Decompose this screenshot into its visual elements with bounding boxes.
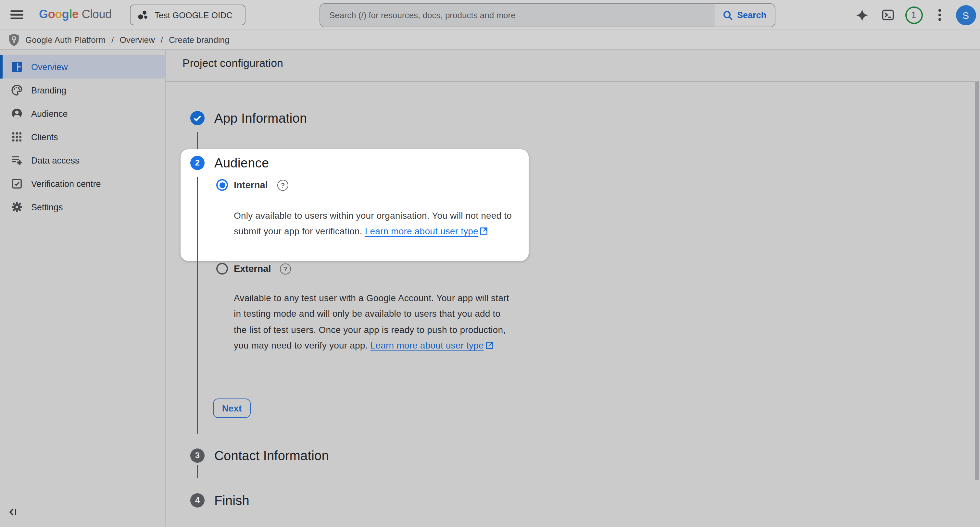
breadcrumb-overview[interactable]: Overview: [119, 35, 154, 44]
gemini-button[interactable]: [849, 0, 875, 30]
google-cloud-logo[interactable]: Google Cloud: [39, 8, 112, 21]
sidebar-item-label: Settings: [31, 202, 63, 212]
more-options-button[interactable]: [927, 0, 953, 30]
page-title: Project configuration: [183, 57, 283, 70]
palette-icon: [11, 84, 23, 96]
topbar: Google Cloud Test GOOGLE OIDC Search: [0, 0, 980, 30]
external-help-icon[interactable]: ?: [280, 263, 291, 274]
sidebar-item-clients[interactable]: Clients: [0, 125, 165, 149]
avatar: S: [956, 5, 976, 25]
breadcrumb-google-auth-platform[interactable]: Google Auth Platform: [25, 35, 105, 44]
step-2-number: 2: [195, 158, 200, 167]
auth-platform-shield-key-icon: [8, 33, 20, 46]
help-glyph: ?: [281, 181, 285, 189]
step-1-badge: [190, 111, 205, 125]
logo-letter: l: [69, 8, 72, 21]
cloud-shell-icon: [881, 9, 894, 21]
sidebar-item-label: Audience: [31, 109, 68, 119]
step-1-title: App Information: [214, 111, 307, 126]
search-input[interactable]: [320, 4, 714, 27]
step-4-title: Finish: [214, 493, 250, 508]
search-button-label: Search: [737, 10, 766, 20]
sidebar-item-label: Branding: [31, 85, 66, 95]
step-4-badge: 4: [190, 493, 205, 508]
sidebar-item-settings[interactable]: Settings: [0, 195, 165, 219]
step-3-number: 3: [195, 451, 200, 460]
external-link-icon: [480, 227, 488, 235]
sidebar-item-overview[interactable]: Overview: [0, 55, 165, 79]
account-circle-icon: [11, 108, 23, 119]
sidebar-item-branding[interactable]: Branding: [0, 79, 165, 102]
sidebar-item-label: Data access: [31, 156, 80, 165]
breadcrumb-separator: /: [161, 35, 163, 44]
logo-letter: o: [48, 8, 55, 21]
logo-letter: G: [39, 8, 48, 21]
internal-help-icon[interactable]: ?: [277, 179, 288, 190]
more-vert-icon: [939, 9, 941, 21]
dashboard-icon: [11, 61, 23, 73]
cloud-shell-button[interactable]: [875, 0, 901, 30]
step-connector: [197, 465, 198, 478]
sidebar-item-label: Overview: [31, 62, 68, 72]
collapse-sidebar-icon: [7, 506, 19, 518]
vertical-scrollbar[interactable]: [975, 82, 979, 480]
logo-letter: e: [72, 8, 79, 21]
sidebar-item-label: Verification centre: [31, 179, 101, 189]
step-2-title: Audience: [214, 156, 269, 171]
account-button[interactable]: S: [953, 0, 979, 30]
external-description: Available to any test user with a Google…: [234, 290, 514, 353]
search-bar: Search: [320, 3, 775, 27]
external-radio[interactable]: [216, 263, 228, 275]
step-4-number: 4: [195, 496, 200, 505]
breadcrumb-current: Create branding: [169, 35, 229, 44]
logo-cloud-text: Cloud: [82, 8, 112, 21]
topbar-actions: 1 S: [849, 0, 979, 30]
search-button[interactable]: Search: [714, 4, 775, 27]
apps-grid-icon: [11, 131, 23, 143]
step-connector: [197, 177, 198, 434]
sidebar-item-data-access[interactable]: Data access: [0, 149, 165, 172]
collapse-sidebar-button[interactable]: [7, 506, 20, 518]
logo-letter: o: [55, 8, 62, 21]
notification-count: 1: [912, 10, 916, 19]
gemini-sparkle-icon: [856, 9, 868, 21]
google-cloud-console-page: Google Cloud Test GOOGLE OIDC Search: [0, 0, 980, 527]
project-selector-button[interactable]: Test GOOGLE OIDC: [130, 5, 245, 25]
internal-description: Only available to users within your orga…: [234, 208, 514, 239]
next-button[interactable]: Next: [213, 398, 251, 418]
sidebar-item-label: Clients: [31, 132, 58, 142]
notifications-button[interactable]: 1: [901, 0, 927, 30]
breadcrumb-separator: /: [111, 35, 114, 44]
external-link-icon: [486, 341, 493, 349]
menu-icon[interactable]: [10, 10, 23, 19]
check-icon: [190, 111, 205, 125]
step-connector: [197, 132, 198, 149]
header-divider: [165, 81, 980, 82]
logo-letter: g: [62, 8, 69, 21]
sidebar: Overview Branding: [0, 50, 165, 527]
verification-icon: [11, 178, 23, 189]
help-glyph: ?: [283, 265, 288, 273]
sidebar-item-audience[interactable]: Audience: [0, 102, 165, 125]
search-icon: [723, 10, 733, 21]
avatar-initial: S: [963, 10, 969, 21]
data-access-icon: [11, 154, 23, 166]
project-picker-icon: [137, 10, 149, 21]
external-radio-label[interactable]: External: [234, 264, 271, 274]
external-learn-more-link[interactable]: Learn more about user type: [371, 340, 493, 351]
step-3-title: Contact Information: [214, 448, 329, 464]
step-3-badge: 3: [190, 448, 205, 463]
internal-radio-label[interactable]: Internal: [234, 180, 268, 190]
step-2-badge: 2: [190, 156, 205, 170]
internal-learn-more-link[interactable]: Learn more about user type: [365, 226, 488, 237]
internal-radio[interactable]: [216, 179, 228, 191]
sidebar-item-verification-centre[interactable]: Verification centre: [0, 172, 165, 195]
settings-gear-icon: [11, 201, 23, 213]
notification-badge: 1: [905, 6, 923, 24]
breadcrumb: Google Auth Platform / Overview / Create…: [0, 30, 980, 50]
project-selector-label: Test GOOGLE OIDC: [154, 10, 232, 20]
